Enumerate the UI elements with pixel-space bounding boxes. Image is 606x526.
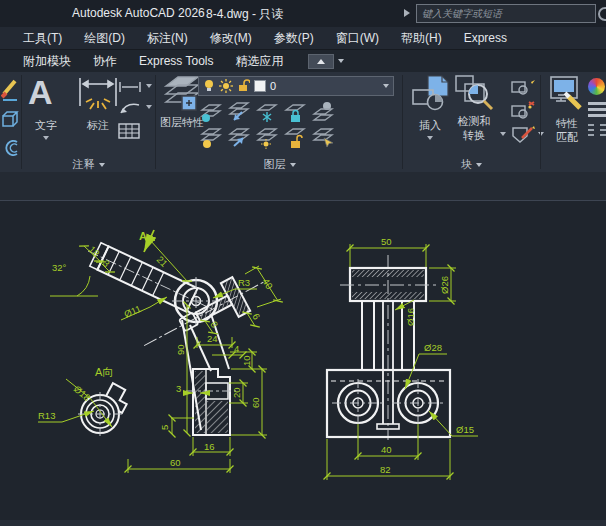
leader-dropdown-icon[interactable]: [146, 105, 152, 109]
color-wheel-icon[interactable]: [588, 78, 605, 95]
text-tool-icon[interactable]: A: [28, 72, 53, 112]
layer-turn-on-icon[interactable]: [198, 126, 224, 150]
dim-label: 4: [234, 343, 239, 354]
ribbon-minimize-button[interactable]: [308, 54, 334, 69]
block-redefine-icon[interactable]: [510, 100, 536, 120]
layer-select[interactable]: 0: [198, 76, 394, 96]
ribbon: A 文字 标注: [0, 72, 606, 172]
match-properties-label-2[interactable]: 匹配: [546, 130, 588, 145]
linear-dimension-icon[interactable]: [118, 80, 142, 94]
text-dropdown-icon[interactable]: [43, 136, 49, 140]
menu-item-window[interactable]: 窗口(W): [325, 30, 390, 47]
detect-convert-icon[interactable]: [454, 74, 496, 114]
dim-label: 32°: [52, 262, 67, 273]
detect-convert-label-2[interactable]: 转换: [448, 128, 500, 143]
menu-item-dimension[interactable]: 标注(N): [136, 30, 199, 47]
dim-label: 5: [159, 425, 170, 430]
dim-label: 90: [175, 344, 186, 355]
layer-change-icon[interactable]: [226, 100, 252, 124]
match-properties-label-1[interactable]: 特性: [546, 116, 588, 131]
dim-label: Ø16: [405, 308, 416, 326]
panel-divider: [540, 75, 541, 169]
block-panel-label[interactable]: 块: [404, 158, 539, 171]
layer-isolate-icon[interactable]: [198, 100, 224, 124]
menu-item-help[interactable]: 帮助(H): [390, 30, 453, 47]
annotate-panel-label[interactable]: 注释: [22, 158, 155, 171]
layer-match-icon[interactable]: [226, 126, 252, 150]
ribbon-minimize-caret-icon[interactable]: [338, 59, 344, 63]
insert-button-label[interactable]: 插入: [408, 118, 452, 133]
autocad-window: A 21 18 3 32° Ø11 R3 40 6 8 24 4 90 10 2…: [0, 0, 606, 526]
dim-label: 40: [381, 444, 392, 455]
dimension-button-label[interactable]: 标注: [72, 118, 124, 133]
detect-convert-dropdown-icon[interactable]: [500, 132, 506, 136]
dim-label: R13: [38, 410, 55, 421]
dim-label: 60: [250, 397, 261, 408]
dim-label: 21: [155, 254, 170, 269]
dim-label: 16: [204, 441, 215, 452]
insert-dropdown-icon[interactable]: [427, 136, 433, 140]
panel-divider: [402, 75, 403, 169]
app-title: Autodesk AutoCAD 2026: [72, 6, 205, 20]
section-label: A: [139, 230, 147, 242]
menu-item-parametric[interactable]: 参数(P): [263, 30, 325, 47]
bulb-on-icon: [203, 79, 215, 93]
aux-view-geometry: [78, 379, 132, 436]
dim-label: Ø28: [424, 342, 442, 353]
block-edit-icon[interactable]: [510, 76, 536, 96]
tab-collaborate[interactable]: 协作: [82, 53, 128, 70]
tab-featured-apps[interactable]: 精选应用: [224, 53, 294, 70]
dimension-dropdown-icon[interactable]: [146, 84, 152, 88]
layer-walk-icon[interactable]: [310, 126, 336, 150]
layer-thaw-icon[interactable]: [254, 126, 280, 150]
dim-label: 82: [380, 464, 391, 475]
search-icon[interactable]: [598, 7, 606, 21]
dim-label: Ø15: [456, 424, 474, 435]
layer-unlock-icon[interactable]: [282, 126, 308, 150]
block-attribute-icon[interactable]: [510, 124, 536, 144]
match-properties-icon[interactable]: [548, 74, 586, 116]
current-layer-name: 0: [270, 80, 379, 92]
layer-lock-icon[interactable]: [282, 100, 308, 124]
ribbon-lower-band: [0, 172, 606, 201]
layers-panel-label[interactable]: 图层: [157, 158, 402, 171]
dim-label: 3: [176, 383, 181, 394]
block-tools-dropdown-icon[interactable]: [538, 132, 544, 136]
text-button-label[interactable]: 文字: [18, 118, 74, 133]
dim-label: Ø26: [439, 276, 450, 294]
linetype-icon[interactable]: [588, 124, 606, 139]
search-input[interactable]: [416, 4, 596, 23]
menu-item-draw[interactable]: 绘图(D): [73, 30, 136, 47]
layer-select-caret-icon: [383, 84, 389, 88]
dim-label: 20: [231, 387, 242, 398]
view-label: A向: [95, 366, 113, 378]
layer-on-off-icon[interactable]: [310, 100, 336, 124]
document-title: 8-4.dwg - 只读: [206, 6, 283, 23]
dim-label: 6: [250, 311, 262, 321]
search-expand-icon[interactable]: [404, 9, 410, 17]
insert-block-icon[interactable]: [410, 74, 450, 116]
dim-label: R3: [238, 277, 250, 288]
dim-label: 24: [207, 333, 218, 344]
bottom-strip: [0, 520, 606, 526]
unlock-icon: [237, 79, 250, 93]
layer-properties-icon[interactable]: [162, 74, 202, 116]
table-tool-icon[interactable]: [118, 122, 140, 140]
leader-tool-icon[interactable]: [118, 100, 142, 116]
sun-icon: [219, 79, 233, 93]
dimension-tool-icon[interactable]: [76, 76, 120, 116]
layer-freeze-icon[interactable]: [254, 100, 280, 124]
dim-label: 10: [241, 355, 252, 366]
tab-add-ins[interactable]: 附加模块: [12, 53, 82, 70]
menu-item-express[interactable]: Express: [453, 31, 518, 45]
menu-item-modify[interactable]: 修改(M): [199, 30, 263, 47]
dim-label: Ø11: [122, 303, 142, 320]
lineweight-icon[interactable]: [588, 102, 606, 120]
dim-label: 50: [381, 236, 392, 247]
ribbon-tab-bar: 附加模块 协作 Express Tools 精选应用: [0, 50, 606, 72]
edge-toolbar[interactable]: [1, 76, 19, 156]
detect-convert-label-1[interactable]: 检测和: [448, 114, 500, 129]
tab-express-tools[interactable]: Express Tools: [128, 54, 224, 68]
menu-bar: 工具(T) 绘图(D) 标注(N) 修改(M) 参数(P) 窗口(W) 帮助(H…: [0, 27, 606, 50]
menu-item-tools[interactable]: 工具(T): [12, 30, 73, 47]
